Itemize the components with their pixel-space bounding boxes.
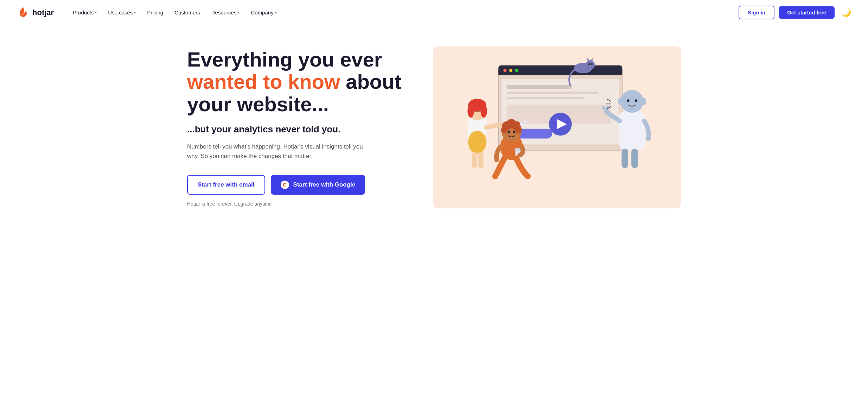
svg-rect-10 (506, 97, 585, 99)
navbar: hotjar Products ▾ Use cases ▾ Pricing Cu… (0, 0, 868, 25)
svg-point-5 (509, 69, 512, 72)
hero-illustration (433, 46, 681, 208)
svg-point-38 (513, 131, 515, 133)
google-icon: G (281, 181, 289, 189)
svg-point-45 (621, 90, 644, 113)
nav-item-customers[interactable]: Customers (170, 7, 205, 18)
nav-item-pricing[interactable]: Pricing (142, 7, 168, 18)
hero-section: Everything you ever wanted to know about… (170, 25, 698, 230)
logo[interactable]: hotjar (17, 6, 54, 19)
svg-point-19 (588, 63, 591, 65)
start-email-button[interactable]: Start free with email (187, 175, 265, 195)
dark-mode-toggle[interactable]: 🌙 (842, 8, 851, 17)
svg-point-51 (602, 106, 605, 109)
hero-title: Everything you ever wanted to know about… (187, 48, 412, 115)
svg-point-16 (586, 60, 595, 69)
svg-point-21 (590, 65, 591, 67)
nav-links: Products ▾ Use cases ▾ Pricing Customers… (68, 7, 739, 18)
nav-item-usecases[interactable]: Use cases ▾ (103, 7, 141, 18)
chevron-down-icon: ▾ (95, 11, 97, 14)
nav-item-products[interactable]: Products ▾ (68, 7, 102, 18)
svg-point-20 (591, 63, 593, 65)
svg-point-48 (618, 98, 623, 105)
svg-point-41 (528, 119, 530, 121)
svg-point-46 (627, 99, 629, 102)
svg-point-23 (468, 131, 486, 153)
svg-point-35 (501, 127, 508, 133)
nav-item-resources[interactable]: Resources ▾ (206, 7, 245, 18)
hero-note: Hotjar is free forever. Upgrade anytime (187, 201, 412, 207)
hero-subtitle: ...but your analytics never told you. (187, 124, 412, 135)
hero-cta-group: Start free with email G Start free with … (187, 175, 412, 195)
start-google-button[interactable]: G Start free with Google (271, 175, 365, 195)
svg-rect-9 (506, 92, 598, 94)
hero-description: Numbers tell you what's happening. Hotja… (187, 142, 370, 161)
svg-point-47 (634, 99, 637, 102)
signin-button[interactable]: Sign in (739, 6, 774, 19)
svg-rect-29 (478, 152, 484, 168)
svg-point-4 (503, 69, 506, 72)
svg-point-40 (524, 120, 526, 123)
svg-point-49 (641, 98, 646, 105)
svg-point-37 (508, 131, 510, 133)
svg-point-36 (515, 127, 522, 133)
svg-rect-54 (631, 149, 638, 168)
logo-wordmark: hotjar (32, 8, 54, 17)
get-started-button[interactable]: Get started free (779, 6, 835, 19)
nav-item-company[interactable]: Company ▾ (246, 7, 281, 18)
svg-point-27 (480, 105, 487, 118)
svg-rect-8 (506, 85, 572, 89)
hero-svg (433, 46, 681, 208)
nav-actions: Sign in Get started free 🌙 (739, 6, 851, 19)
svg-rect-44 (619, 111, 645, 150)
chevron-down-icon: ▾ (275, 11, 277, 14)
chevron-down-icon: ▾ (134, 11, 136, 14)
svg-point-39 (519, 123, 523, 126)
svg-rect-28 (472, 152, 477, 168)
hero-content: Everything you ever wanted to know about… (187, 48, 412, 207)
svg-point-6 (515, 69, 518, 72)
svg-point-26 (467, 105, 474, 118)
chevron-down-icon: ▾ (238, 11, 240, 14)
svg-rect-53 (621, 149, 628, 168)
logo-icon (17, 6, 30, 19)
